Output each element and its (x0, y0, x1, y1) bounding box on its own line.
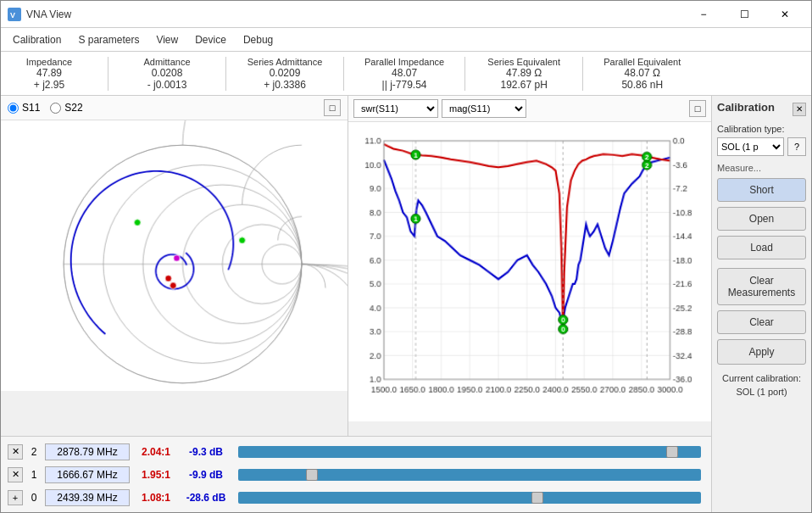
impedance-label: Impedance (26, 57, 72, 67)
smith-chart-canvas (1, 120, 348, 391)
s11-radio-group: S11 (8, 102, 40, 114)
freq-chart-wrap: swr(S11) mag(S11) □ (348, 96, 711, 436)
admittance-val2: - j0.0013 (147, 79, 187, 91)
cal-type-row: SOL (1 p ? (717, 137, 806, 156)
admittance-label: Admittance (143, 57, 190, 67)
smith-wrap: S11 S22 □ (1, 96, 348, 436)
menu-view[interactable]: View (147, 31, 186, 49)
marker-1-remove-button[interactable]: ✕ (8, 467, 23, 482)
short-button[interactable]: Short (717, 178, 806, 202)
marker-2-freq: 2878.79 MHz (45, 443, 130, 460)
series-equivalent-val1: 47.89 Ω (506, 67, 542, 79)
impedance-val2: + j2.95 (34, 79, 64, 91)
left-panel: S11 S22 □ swr(S11) (1, 96, 711, 512)
impedance-val1: 47.89 (36, 67, 62, 79)
svg-text:V: V (10, 11, 15, 20)
marker-0-add-button[interactable]: + (8, 490, 23, 505)
s11-radio[interactable] (8, 103, 19, 114)
sep1 (108, 57, 108, 91)
freq-chart-canvas (348, 122, 711, 421)
sep4 (464, 57, 465, 91)
chart-expand-button[interactable]: □ (689, 100, 706, 117)
parallel-equivalent-val2: 50.86 nH (621, 79, 663, 91)
impedance-group: Impedance 47.89 + j2.95 (11, 57, 87, 91)
series-admittance-val1: 0.0209 (270, 67, 301, 79)
series-admittance-label: Series Admittance (247, 57, 323, 67)
menu-sparameters[interactable]: S parameters (70, 31, 147, 49)
close-button[interactable]: ✕ (765, 2, 804, 27)
minimize-button[interactable]: − (684, 2, 723, 27)
main-window: V VNA View − ☐ ✕ Calibration S parameter… (0, 0, 812, 513)
clear-button[interactable]: Clear (717, 310, 806, 334)
params-bar: Impedance 47.89 + j2.95 Admittance 0.020… (1, 52, 811, 96)
marker-2-remove-button[interactable]: ✕ (8, 444, 23, 460)
marker-2-slider-wrap (235, 446, 704, 458)
series-admittance-val2: + j0.3386 (264, 79, 306, 91)
clear-measurements-button[interactable]: Clear Measurements (717, 268, 806, 305)
sep5 (582, 57, 583, 91)
bottom-bar: ✕ 2 2878.79 MHz 2.04:1 -9.3 dB ✕ 1 1666.… (1, 436, 711, 512)
cal-close-button[interactable]: ✕ (793, 103, 806, 116)
menu-calibration[interactable]: Calibration (4, 31, 70, 49)
s22-radio-group: S22 (50, 102, 82, 114)
marker-2-db: -9.3 dB (182, 446, 230, 458)
menu-debug[interactable]: Debug (235, 31, 281, 49)
marker-0-slider[interactable] (238, 492, 701, 504)
admittance-group: Admittance 0.0208 - j0.0013 (129, 57, 205, 91)
admittance-val1: 0.0208 (152, 67, 183, 79)
marker-1-freq: 1666.67 MHz (45, 466, 130, 483)
series-equivalent-group: Series Equivalent 47.89 Ω 192.67 pH (486, 57, 562, 91)
menu-bar: Calibration S parameters View Device Deb… (1, 28, 811, 52)
parallel-impedance-val2: || j-779.54 (382, 79, 427, 91)
open-button[interactable]: Open (717, 207, 806, 231)
series-admittance-group: Series Admittance 0.0209 + j0.3386 (247, 57, 323, 91)
parallel-equivalent-group: Parallel Equivalent 48.07 Ω 50.86 nH (603, 57, 681, 91)
chart-dropdown-1[interactable]: swr(S11) (353, 99, 438, 118)
s22-radio[interactable] (50, 103, 61, 114)
chart-controls: swr(S11) mag(S11) □ (348, 96, 711, 122)
s22-label: S22 (64, 102, 82, 114)
chart-dropdown-2[interactable]: mag(S11) (442, 99, 526, 118)
s11-label: S11 (22, 102, 40, 114)
load-button[interactable]: Load (717, 236, 806, 259)
cal-type-select[interactable]: SOL (1 p (717, 137, 784, 156)
marker-1-db: -9.9 dB (182, 469, 230, 481)
marker-2-slider[interactable] (238, 446, 701, 458)
marker-2-swr: 2.04:1 (135, 446, 177, 458)
marker-1-num: 1 (28, 469, 40, 481)
smith-controls: S11 S22 □ (1, 96, 348, 120)
apply-button[interactable]: Apply (717, 339, 806, 365)
marker-0-db: -28.6 dB (182, 492, 230, 504)
cal-help-button[interactable]: ? (787, 137, 806, 156)
marker-0-num: 0 (28, 492, 40, 504)
smith-expand-button[interactable]: □ (324, 99, 341, 116)
app-icon: V (8, 8, 21, 21)
window-controls: − ☐ ✕ (684, 2, 804, 27)
series-equivalent-val2: 192.67 pH (500, 79, 547, 91)
parallel-impedance-val1: 48.07 (392, 67, 417, 79)
cal-title: Calibration (717, 101, 775, 114)
marker-1-swr: 1.95:1 (135, 469, 177, 481)
marker-0-slider-wrap (235, 492, 704, 504)
marker-1-slider[interactable] (238, 469, 701, 481)
main-content: S11 S22 □ swr(S11) (1, 96, 811, 512)
sep2 (225, 57, 226, 91)
parallel-equivalent-label: Parallel Equivalent (603, 57, 681, 67)
sep3 (343, 57, 344, 91)
marker-row-1: ✕ 1 1666.67 MHz 1.95:1 -9.9 dB (1, 463, 711, 486)
marker-0-freq: 2439.39 MHz (45, 489, 130, 506)
right-panel: Calibration ✕ Calibration type: SOL (1 p… (711, 96, 811, 512)
measure-label: Measure... (717, 163, 806, 173)
content-split: S11 S22 □ swr(S11) (1, 96, 711, 436)
series-equivalent-label: Series Equivalent (487, 57, 560, 67)
parallel-equivalent-val1: 48.07 Ω (625, 67, 660, 79)
cal-header: Calibration ✕ (717, 101, 806, 117)
window-title: VNA View (26, 8, 679, 20)
cal-type-label: Calibration type: (717, 124, 806, 134)
marker-row-0: ✕ 2 2878.79 MHz 2.04:1 -9.3 dB (1, 440, 711, 463)
menu-device[interactable]: Device (186, 31, 235, 49)
marker-2-num: 2 (28, 446, 40, 458)
parallel-impedance-group: Parallel Impedance 48.07 || j-779.54 (364, 57, 444, 91)
maximize-button[interactable]: ☐ (725, 2, 764, 27)
title-bar: V VNA View − ☐ ✕ (1, 1, 811, 28)
